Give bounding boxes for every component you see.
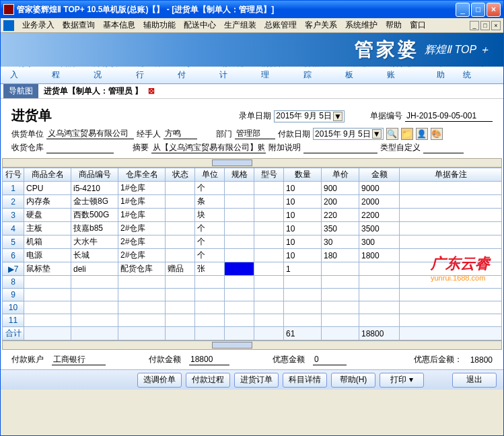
entry-date-label: 录单日期 xyxy=(239,110,271,122)
summary-label: 摘要 xyxy=(133,142,149,153)
col-header[interactable]: 规格 xyxy=(225,168,254,182)
table-row[interactable]: 9 xyxy=(3,289,502,301)
mdi-close-button[interactable]: × xyxy=(491,21,501,30)
col-header[interactable]: 单价 xyxy=(322,168,359,182)
close-button[interactable]: × xyxy=(487,3,501,17)
action-button-3[interactable]: 科目详情 xyxy=(283,373,327,388)
discount-input[interactable] xyxy=(313,355,347,365)
supplier-label: 供货单位 xyxy=(11,129,44,140)
table-row[interactable]: 8 xyxy=(3,276,502,289)
table-row[interactable]: 4主板技嘉b852#仓库个103503500 xyxy=(3,222,502,235)
bill-no-input[interactable] xyxy=(405,111,493,122)
action-button-5[interactable]: 打印 ▾ xyxy=(380,373,424,388)
col-header[interactable]: 单据备注 xyxy=(400,168,502,182)
button-bar: 选调价单付款过程进货订单科目详情帮助(H)打印 ▾退出 xyxy=(1,369,503,390)
nav-map-tab[interactable]: 导航图 xyxy=(3,84,38,98)
document-tab[interactable]: 进货单【制单人：管理员 】 ⊠ xyxy=(38,84,160,98)
pay-date-label: 付款日期 xyxy=(278,129,310,140)
dept-input[interactable] xyxy=(235,129,275,139)
menu-辅助功能[interactable]: 辅助功能 xyxy=(139,19,180,31)
table-row[interactable]: 11 xyxy=(3,314,502,327)
menu-客户关系[interactable]: 客户关系 xyxy=(301,19,341,31)
action-button-1[interactable]: 付款过程 xyxy=(186,373,230,388)
handler-label: 经手人 xyxy=(137,129,161,140)
product-subtitle: 辉煌Ⅱ TOP ＋ xyxy=(425,43,490,57)
supplier-input[interactable] xyxy=(46,129,134,139)
search-icon[interactable]: 🔍 xyxy=(386,128,398,140)
col-header[interactable]: 状态 xyxy=(166,168,195,182)
summary-input[interactable] xyxy=(151,143,266,153)
mdi-min-button[interactable]: _ xyxy=(470,21,479,30)
footer-form: 付款账户 付款金额 优惠金额 优惠后金额： 18800 xyxy=(1,350,503,369)
col-header[interactable]: 金额 xyxy=(359,168,400,182)
handler-input[interactable] xyxy=(164,129,197,139)
mdi-restore-button[interactable]: □ xyxy=(480,21,490,30)
menu-基本信息[interactable]: 基本信息 xyxy=(99,19,139,31)
menu-数据查询[interactable]: 数据查询 xyxy=(59,19,99,31)
account-input[interactable] xyxy=(52,355,106,365)
menu-icon xyxy=(3,20,14,31)
table-row[interactable]: 1CPUi5-42101#仓库个109009000 xyxy=(3,182,502,195)
col-header[interactable]: 行号 xyxy=(3,168,24,182)
form-header: 进货单 录单日期 2015年 9月 5日▼ 单据编号 供货单位 经手人 部门 付… xyxy=(1,99,503,158)
pay-amount-label: 付款金额 xyxy=(149,354,181,365)
minimize-button[interactable]: _ xyxy=(456,3,470,17)
action-button-2[interactable]: 进货订单 xyxy=(234,373,279,388)
entry-date-picker[interactable]: 2015年 9月 5日▼ xyxy=(274,110,345,122)
custom-input[interactable] xyxy=(423,143,464,153)
maximize-button[interactable]: □ xyxy=(471,3,485,17)
pay-date-picker[interactable]: 2015年 9月 5日▼ xyxy=(313,128,384,140)
warehouse-label: 收货仓库 xyxy=(11,142,44,153)
horizontal-scrollbar-top[interactable] xyxy=(2,158,502,168)
warehouse-input[interactable] xyxy=(46,143,114,153)
dept-label: 部门 xyxy=(216,129,232,140)
col-header[interactable]: 仓库全名 xyxy=(118,168,166,182)
custom-label: 类型自定义 xyxy=(380,142,421,153)
user-icon[interactable]: 👤 xyxy=(416,128,428,140)
note-label: 附加说明 xyxy=(268,142,301,153)
table-row[interactable]: 5机箱大水牛2#仓库个1030300 xyxy=(3,235,502,249)
title-bar: 管家婆辉煌Ⅱ TOP+ 10.5单机版(总账)【】 - [进货单【制单人：管理员… xyxy=(1,1,503,18)
action-button-4[interactable]: 帮助(H) xyxy=(331,373,375,388)
table-row[interactable]: 3硬盘西数500G1#仓库块102202200 xyxy=(3,209,502,222)
folder-icon[interactable]: 📁 xyxy=(401,128,413,140)
total-row: 合计6118800 xyxy=(3,327,502,340)
page-title: 进货单 xyxy=(11,106,52,124)
dropdown-icon[interactable]: ▼ xyxy=(372,129,382,139)
table-row[interactable]: 6电源长城2#仓库个101801800 xyxy=(3,249,502,262)
product-banner: 管家婆 辉煌Ⅱ TOP ＋ xyxy=(1,33,503,67)
col-header[interactable]: 型号 xyxy=(254,168,284,182)
menu-业务录入[interactable]: 业务录入 xyxy=(18,19,59,31)
menu-生产组装[interactable]: 生产组装 xyxy=(220,19,260,31)
col-header[interactable]: 数量 xyxy=(284,168,322,182)
table-row[interactable]: 10 xyxy=(3,301,502,314)
dropdown-icon[interactable]: ▼ xyxy=(333,112,343,121)
after-discount-value: 18800 xyxy=(470,355,493,365)
window-title: 管家婆辉煌Ⅱ TOP+ 10.5单机版(总账)【】 - [进货单【制单人：管理员… xyxy=(17,4,454,15)
palette-icon[interactable]: 🎨 xyxy=(431,128,443,140)
action-button-0[interactable]: 选调价单 xyxy=(137,373,182,388)
after-discount-label: 优惠后金额： xyxy=(414,354,462,365)
module-tab-bar: 业务录入经营历程库存状况现金银行应收应付销售统计物价管理价格跟踪生产模板期初建账… xyxy=(1,67,503,84)
menu-帮助[interactable]: 帮助 xyxy=(382,19,406,31)
pay-amount-input[interactable] xyxy=(189,355,229,365)
menu-窗口[interactable]: 窗口 xyxy=(406,19,430,31)
col-header[interactable]: 单位 xyxy=(195,168,225,182)
menu-总账管理[interactable]: 总账管理 xyxy=(260,19,301,31)
table-row[interactable]: ▶7鼠标垫deli配货仓库赠品张1 xyxy=(3,262,502,276)
table-row[interactable]: 2内存条金士顿8G1#仓库条102002000 xyxy=(3,195,502,209)
horizontal-scrollbar-bottom[interactable] xyxy=(2,340,502,350)
account-label: 付款账户 xyxy=(11,354,44,365)
tab-close-icon[interactable]: ⊠ xyxy=(148,86,155,96)
items-grid[interactable]: 行号商品全名商品编号仓库全名状态单位规格型号数量单价金额单据备注 1CPUi5-… xyxy=(2,168,502,340)
col-header[interactable]: 商品全名 xyxy=(24,168,71,182)
note-input[interactable] xyxy=(303,143,377,153)
menu-配送中心[interactable]: 配送中心 xyxy=(180,19,220,31)
action-button-6[interactable]: 退出 xyxy=(452,373,497,388)
menu-bar: 业务录入数据查询基本信息辅助功能配送中心生产组装总账管理客户关系系统维护帮助窗口… xyxy=(1,18,503,33)
col-header[interactable]: 商品编号 xyxy=(71,168,118,182)
product-name: 管家婆 xyxy=(355,37,419,63)
menu-系统维护[interactable]: 系统维护 xyxy=(341,19,382,31)
discount-label: 优惠金额 xyxy=(273,354,305,365)
app-icon xyxy=(3,4,14,15)
